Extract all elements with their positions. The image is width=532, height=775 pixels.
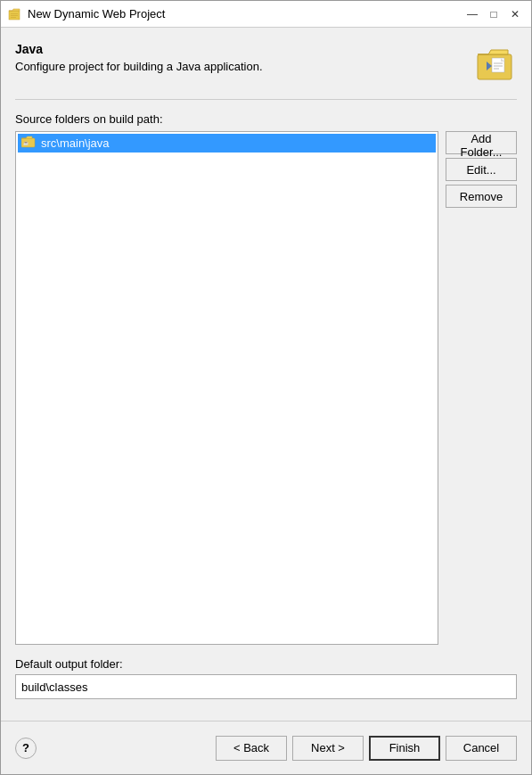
title-bar: New Dynamic Web Project — □ ✕ (1, 1, 531, 28)
folder-list: ☕ src\main\java (15, 131, 438, 645)
add-folder-button[interactable]: Add Folder... (446, 131, 517, 154)
maximize-button[interactable]: □ (485, 5, 503, 23)
svg-rect-4 (11, 17, 16, 18)
edit-button[interactable]: Edit... (446, 158, 517, 181)
back-button[interactable]: < Back (216, 736, 287, 761)
header-section: Java Configure project for building a Ja… (15, 42, 517, 85)
svg-rect-2 (11, 13, 18, 14)
svg-text:☕: ☕ (23, 140, 29, 146)
page-title: Java (15, 42, 465, 56)
output-folder-input[interactable] (15, 674, 517, 699)
help-button[interactable]: ? (15, 738, 37, 759)
folder-list-item[interactable]: ☕ src\main\java (18, 134, 436, 153)
output-section: Default output folder: (15, 657, 517, 699)
window: New Dynamic Web Project — □ ✕ Java Confi… (0, 0, 532, 775)
svg-marker-1 (9, 9, 20, 11)
bottom-bar: ? < Back Next > Finish Cancel (1, 721, 531, 774)
title-bar-controls: — □ ✕ (463, 5, 524, 23)
svg-marker-6 (478, 50, 508, 54)
main-content: Java Configure project for building a Ja… (1, 28, 531, 721)
header-divider (15, 99, 517, 100)
nav-buttons: < Back Next > Finish Cancel (216, 736, 517, 761)
build-path-area: ☕ src\main\java Add Folder... Edit... Re… (15, 131, 517, 645)
output-label: Default output folder: (15, 657, 517, 671)
next-button[interactable]: Next > (292, 736, 364, 761)
folder-item-icon: ☕ (21, 136, 36, 151)
title-bar-text: New Dynamic Web Project (28, 7, 463, 21)
java-folder-icon (474, 42, 517, 85)
minimize-button[interactable]: — (463, 5, 481, 23)
close-button[interactable]: ✕ (506, 5, 524, 23)
side-buttons: Add Folder... Edit... Remove (446, 131, 517, 645)
svg-rect-3 (11, 15, 18, 16)
folder-item-text: src\main\java (41, 136, 110, 150)
header-text: Java Configure project for building a Ja… (15, 42, 465, 73)
remove-button[interactable]: Remove (446, 185, 517, 208)
finish-button[interactable]: Finish (369, 736, 440, 761)
build-path-label: Source folders on build path: (15, 112, 517, 126)
cancel-button[interactable]: Cancel (446, 736, 517, 761)
page-description: Configure project for building a Java ap… (15, 60, 465, 73)
svg-marker-14 (21, 136, 32, 138)
window-icon (8, 7, 22, 21)
